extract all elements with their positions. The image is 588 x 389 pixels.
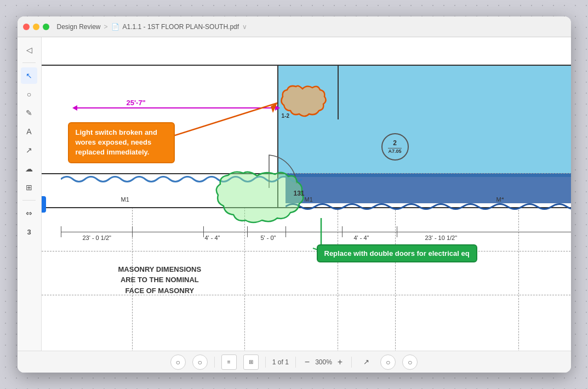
- blue-room-bottom: [286, 173, 571, 203]
- zoom-plus-btn[interactable]: +: [335, 357, 345, 367]
- floor-plan-canvas: Light switch broken and wores exposed, n…: [42, 37, 571, 351]
- cloud-tool-icon[interactable]: ☁: [21, 161, 37, 177]
- arrow-tool-icon[interactable]: ↗: [21, 142, 37, 158]
- top-wall-line-right: [277, 65, 571, 66]
- breadcrumb-dropdown[interactable]: ∨: [242, 23, 247, 31]
- v-dash-5: [518, 207, 519, 351]
- breadcrumb-file[interactable]: A1.1.1 - 1ST FLOOR PLAN-SOUTH.pdf: [123, 23, 239, 31]
- titlebar: Design Review > 📄 A1.1.1 - 1ST FLOOR PLA…: [18, 16, 571, 37]
- m1-marker-right: M⁴: [496, 196, 504, 203]
- prev-page-btn-2[interactable]: ○: [192, 354, 208, 370]
- tick-0: [61, 226, 61, 237]
- pen-tool-icon[interactable]: ✎: [21, 105, 37, 121]
- toolbar-sep-1: [214, 357, 215, 368]
- zoom-controls: − 300% +: [302, 357, 345, 367]
- number-tool-icon[interactable]: 3: [21, 224, 37, 240]
- m1-marker-center: M1: [305, 196, 313, 203]
- next-page-btn[interactable]: ○: [380, 354, 396, 370]
- breadcrumb-project[interactable]: Design Review: [57, 23, 101, 31]
- cursor-tool-icon[interactable]: ↖: [21, 67, 37, 84]
- tick-6: [397, 226, 397, 237]
- sidebar: ◁ ↖ ○ ✎ A ↗ ☁ ⊞ ⇔ 3: [18, 37, 42, 351]
- masonry-line1: MASONRY DIMENSIONS: [118, 264, 202, 275]
- text-tool-icon[interactable]: A: [21, 123, 37, 140]
- next-page-btn-2[interactable]: ○: [402, 354, 418, 370]
- measure-tool-icon[interactable]: ↗: [358, 354, 374, 370]
- window-controls: [23, 24, 49, 30]
- wavy-blue-border: [286, 202, 571, 211]
- masonry-line3: FACE OF MASONRY: [118, 285, 202, 296]
- dim-text-5: 23' - 10 1/2": [425, 234, 458, 241]
- svg-line-0: [173, 103, 277, 136]
- masonry-note: MASONRY DIMENSIONS ARE TO THE NOMINAL FA…: [118, 264, 202, 296]
- breadcrumb: Design Review > 📄 A1.1.1 - 1ST FLOOR PLA…: [57, 23, 248, 31]
- green-callout-text: Replace with double doors for electrical…: [324, 249, 470, 258]
- small-label-12: 1-2: [282, 113, 289, 119]
- ref-circle: 2 A7.05: [381, 133, 409, 161]
- sidebar-divider: [22, 62, 36, 63]
- dim-text-2: 4' - 4": [205, 234, 220, 241]
- sidebar-divider-2: [22, 200, 36, 201]
- ref-label: A7.05: [388, 148, 401, 155]
- maximize-button[interactable]: [43, 24, 49, 30]
- ref-num: 2: [388, 139, 401, 148]
- page-number: 1 of 1: [272, 358, 289, 366]
- h-dash-2: [42, 251, 571, 251]
- num-131-label: 131: [294, 190, 305, 197]
- orange-callout-text: Light switch broken and wores exposed, n…: [76, 128, 158, 156]
- dim-text-4: 4' - 4": [354, 234, 369, 241]
- page-indicator[interactable]: [42, 196, 46, 213]
- toolbar-sep-2: [265, 357, 266, 368]
- tick-1: [132, 226, 133, 237]
- file-icon: 📄: [111, 23, 119, 31]
- page-icon[interactable]: ≡: [221, 354, 237, 370]
- dim-text-3: 5' - 0": [261, 234, 276, 241]
- bottom-toolbar: ○ ○ ≡ ⊞ 1 of 1 − 300% + ↗ ○ ○: [18, 351, 571, 373]
- circle-tool-icon[interactable]: ○: [21, 86, 37, 102]
- prev-page-btn[interactable]: ○: [170, 354, 186, 370]
- top-wall-line: [42, 65, 277, 66]
- close-button[interactable]: [23, 24, 30, 30]
- toolbar-sep-4: [351, 357, 352, 368]
- page-info: 1 of 1: [272, 358, 289, 366]
- masonry-line2: ARE TO THE NOMINAL: [118, 274, 202, 285]
- minimize-button[interactable]: [33, 24, 39, 30]
- m1-marker-left: M1: [121, 196, 129, 203]
- toolbar-sep-3: [295, 357, 296, 368]
- v-dash-4: [395, 207, 396, 351]
- dim-text-1: 23' - 0 1/2": [83, 234, 111, 241]
- orange-arrow: [173, 98, 294, 141]
- vert-line-540: [338, 65, 339, 119]
- cloud-green[interactable]: [199, 168, 315, 239]
- image-tool-icon[interactable]: ⊞: [21, 179, 37, 196]
- zoom-minus-btn[interactable]: −: [302, 357, 312, 367]
- main-view: Light switch broken and wores exposed, n…: [42, 37, 571, 351]
- breadcrumb-sep: >: [104, 23, 108, 31]
- app-window: Design Review > 📄 A1.1.1 - 1ST FLOOR PLA…: [18, 16, 571, 373]
- content-area: ◁ ↖ ○ ✎ A ↗ ☁ ⊞ ⇔ 3: [18, 37, 571, 351]
- zoom-level: 300%: [315, 358, 332, 366]
- measurement-label: 25'-7": [127, 99, 146, 107]
- grid-icon[interactable]: ⊞: [243, 354, 259, 370]
- back-nav-icon[interactable]: ◁: [21, 42, 37, 58]
- green-callout[interactable]: Replace with double doors for electrical…: [317, 244, 477, 262]
- orange-callout[interactable]: Light switch broken and wores exposed, n…: [68, 122, 175, 163]
- resize-tool-icon[interactable]: ⇔: [21, 205, 37, 221]
